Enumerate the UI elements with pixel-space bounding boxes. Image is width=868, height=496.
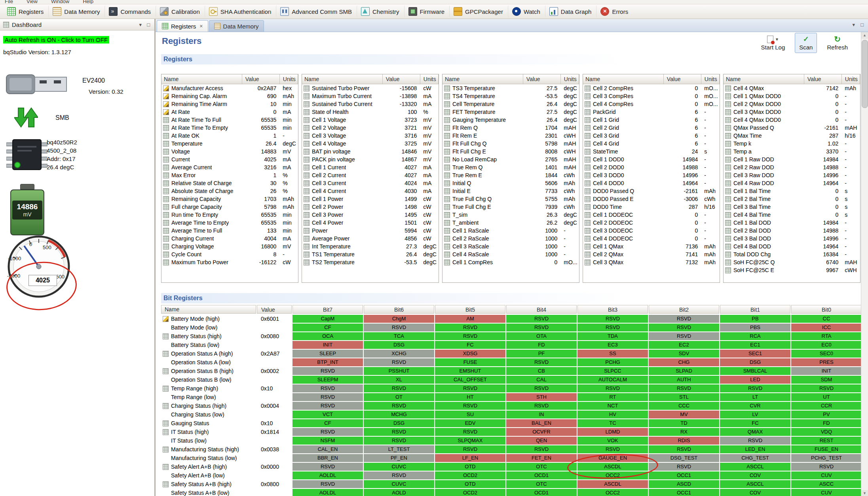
register-row[interactable]: Cell 2 Current4027mA <box>302 171 439 179</box>
register-row[interactable]: Average Time to Empty65535min <box>161 219 298 227</box>
register-row[interactable]: Cell 2 Bal Time0s <box>724 195 860 203</box>
tab-registers[interactable]: Registers × <box>157 20 208 32</box>
toolbar-item-data-memory[interactable]: Data Memory <box>48 6 104 17</box>
register-row[interactable]: Cell 1 Raw DOD14984- <box>724 155 860 163</box>
register-row[interactable]: Current4025mA <box>161 155 298 163</box>
register-row[interactable]: Gauging Temperature26.4degC <box>443 116 579 124</box>
register-row[interactable]: DOD0 Passed E-3006cWh <box>583 195 720 203</box>
start-log-button[interactable]: ▼ Start Log <box>756 33 789 53</box>
register-row[interactable]: Initial E7733cWh <box>443 187 579 195</box>
register-row[interactable]: Cell 3 Raw DOD14996- <box>724 171 860 179</box>
bit-row[interactable]: Safety Status A+B (high)0x0800RSVDCUVCOT… <box>161 480 862 488</box>
register-row[interactable]: Initial Q5606mAh <box>443 179 579 187</box>
bit-row[interactable]: Charging Status (high)0x0004RSVDRSVDRSVD… <box>161 402 862 410</box>
register-row[interactable]: Cell 2 QMax7141mAh <box>583 250 720 258</box>
register-row[interactable]: Cell 2 DOD014988- <box>583 163 720 171</box>
register-row[interactable]: Cell Temperature26.4degC <box>443 100 579 108</box>
register-row[interactable]: Cell 4 CompRes0mO... <box>583 100 720 108</box>
toolbar-item-chemistry[interactable]: Chemistry <box>357 6 403 17</box>
register-row[interactable]: Cell 4 Bal DOD14964- <box>724 242 860 250</box>
register-row[interactable]: Temp k1.02- <box>724 140 860 148</box>
bit-row[interactable]: Operation Status A (high)0x2A87SLEEPXCHG… <box>161 350 862 358</box>
register-row[interactable]: Cell 1 Current4027mA <box>302 163 439 171</box>
register-row[interactable]: Maximum Turbo Current-13898mA <box>302 92 439 100</box>
register-row[interactable]: Cell 2 Voltage3721mV <box>302 124 439 132</box>
register-row[interactable]: Power5994cW <box>302 227 439 235</box>
register-row[interactable]: Total DOD Chg16384- <box>724 250 860 258</box>
register-row[interactable]: True Full Chg Q5755mAh <box>443 195 579 203</box>
register-row[interactable]: State of Health100% <box>302 108 439 116</box>
register-row[interactable]: Max Error1% <box>161 171 298 179</box>
register-row[interactable]: Int Temperature27.3degC <box>302 242 439 250</box>
scan-toggle-button[interactable]: ✓ Scan <box>795 33 817 53</box>
register-row[interactable]: Cell 3 QMax DOD00- <box>724 108 860 116</box>
register-row[interactable]: Cell 3 Voltage3716mV <box>302 132 439 140</box>
toolbar-item-data-graph[interactable]: Data Graph <box>545 6 596 17</box>
register-row[interactable]: Cell 3 Power1495cW <box>302 211 439 219</box>
register-row[interactable]: Average Time to Full133min <box>161 227 298 235</box>
menu-view[interactable]: View <box>27 0 38 4</box>
toolbar-item-sha-authentication[interactable]: SHA Authentication <box>205 6 275 17</box>
bit-row[interactable]: Battery Status (low)INITDSGFCFDEC3EC2EC1… <box>161 341 862 349</box>
scroll-up-arrow[interactable]: ▲ <box>861 32 868 39</box>
register-row[interactable]: Cell 1 Grid6- <box>583 116 720 124</box>
register-row[interactable]: QMax Passed Q-2161mAH <box>724 124 860 132</box>
bit-row[interactable]: Operation Status B (low)SLEEPMXLCAL_OFFS… <box>161 376 862 384</box>
register-row[interactable]: Cell 2 DODEOC0- <box>583 219 720 227</box>
toolbar-item-registers[interactable]: Registers <box>3 6 47 17</box>
toolbar-item-watch[interactable]: Watch <box>508 6 544 17</box>
register-row[interactable]: Cell 2 QMax DOD00- <box>724 100 860 108</box>
register-row[interactable]: Cell 3 Grid6- <box>583 132 720 140</box>
register-row[interactable]: Cell 1 CompRes0mO... <box>443 258 579 266</box>
refresh-button[interactable]: ↻ Refresh <box>822 33 852 53</box>
register-row[interactable]: TS1 Temperature26.4degC <box>302 250 439 258</box>
register-row[interactable]: Cell 4 Current4030mA <box>302 187 439 195</box>
bit-row[interactable]: IT Status (low)NSFMRSVDSLPQMAXQENVOKRDIS… <box>161 437 862 445</box>
register-row[interactable]: Cell 4 Grid6- <box>583 140 720 148</box>
register-row[interactable]: TS4 Temperature-53.5degC <box>443 92 579 100</box>
register-row[interactable]: Cell 1 Bal DOD14984- <box>724 219 860 227</box>
scroll-down-arrow[interactable]: ▼ <box>861 490 868 496</box>
register-row[interactable]: Remaining Cap. Alarm690mAh <box>161 92 298 100</box>
bit-row[interactable]: Manufacturing Status (high)0x0038CAL_ENL… <box>161 445 862 453</box>
register-row[interactable]: Cell 4 Power1501cW <box>302 219 439 227</box>
register-row[interactable]: True Rem Q1401mAH <box>443 163 579 171</box>
register-row[interactable]: Cell 3 Current4024mA <box>302 179 439 187</box>
toolbar-item-errors[interactable]: Errors <box>596 6 632 17</box>
register-row[interactable]: At Rate OK1- <box>161 132 298 140</box>
toolbar-item-calibration[interactable]: Calibration <box>156 6 204 17</box>
register-row[interactable]: T_sim26.3degC <box>443 211 579 219</box>
auto-refresh-toggle[interactable]: Auto Refresh is ON - Click to Turn OFF <box>3 36 109 44</box>
register-row[interactable]: FET Temperature27.5degC <box>443 108 579 116</box>
register-row[interactable]: Cell 1 Power1499cW <box>302 195 439 203</box>
register-row[interactable]: Average Power4856cW <box>302 235 439 242</box>
register-row[interactable]: Sustained Turbo Power-15608cW <box>302 84 439 92</box>
register-row[interactable]: PACK pin voltage14867mV <box>302 155 439 163</box>
bit-row[interactable]: Safety Status A+B (low)AOLDLAOLDOCD2OCD1… <box>161 489 862 496</box>
register-row[interactable]: Cell 3 DODEOC0- <box>583 227 720 235</box>
toolbar-item-firmware[interactable]: Firmware <box>404 6 449 17</box>
register-row[interactable]: Cell 1 Bal Time0s <box>724 187 860 195</box>
toolbar-item-gpcpackager[interactable]: GPCPackager <box>449 6 507 17</box>
register-row[interactable]: True Full Chg E7939cWh <box>443 203 579 211</box>
register-row[interactable]: Cell 4 Bal Time0s <box>724 211 860 219</box>
bit-row[interactable]: Battery Status (high)0x0080OCATCARSVDOTA… <box>161 332 862 340</box>
register-row[interactable]: Cell 3 RaScale1000- <box>443 242 579 250</box>
register-row[interactable]: Cell 2 RaScale1000- <box>443 235 579 242</box>
register-row[interactable]: Charging Current4004mA <box>161 235 298 242</box>
register-row[interactable]: Cell 2 CompRes0mO... <box>583 84 720 92</box>
register-row[interactable]: At Rate Time To Empty65535min <box>161 124 298 132</box>
vertical-scrollbar[interactable]: ▲ ▼ <box>861 32 868 496</box>
register-row[interactable]: Cell 1 DODEOC0- <box>583 211 720 219</box>
register-row[interactable]: Cell 1 RaScale1000- <box>443 227 579 235</box>
maximize-panel-icon[interactable]: □ <box>146 22 151 28</box>
register-row[interactable]: Cell 1 QMax7136mAh <box>583 242 720 250</box>
register-row[interactable]: Cell 4 Raw DOD14964- <box>724 179 860 187</box>
register-row[interactable]: Cell 3 DOD014996- <box>583 171 720 179</box>
register-row[interactable]: Charging Voltage16800mV <box>161 242 298 250</box>
register-row[interactable]: Remaining Capacity1703mAh <box>161 195 298 203</box>
register-row[interactable]: Cell 4 DODEOC0- <box>583 235 720 242</box>
bit-row[interactable]: Charging Status (low)VCTMCHGSUINHVMVLVPV <box>161 411 862 418</box>
register-row[interactable]: Cell 2 Power1498cW <box>302 203 439 211</box>
register-row[interactable]: Cell 3 Bal Time0s <box>724 203 860 211</box>
